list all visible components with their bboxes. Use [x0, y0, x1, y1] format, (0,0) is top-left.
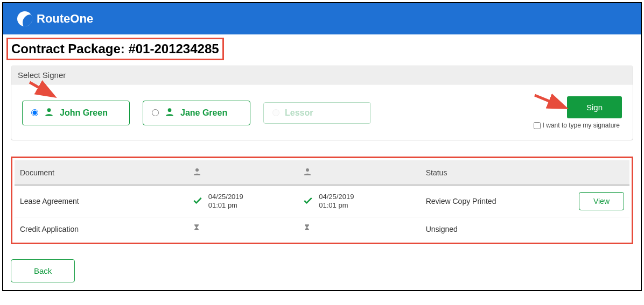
signer-panel: Select Signer John Green [11, 66, 633, 140]
signer-row: John Green Jane Green Lessor [11, 84, 633, 134]
col-actions [543, 160, 629, 185]
col-signer1-icon [187, 160, 298, 185]
table-row: Credit Application Unsigned [15, 217, 629, 241]
svg-line-0 [30, 82, 52, 95]
header-bar: RouteOne [3, 3, 641, 34]
svg-point-1 [47, 108, 51, 112]
signer-name: Lessor [285, 108, 313, 118]
person-icon [44, 107, 54, 119]
doc-name: Lease Agreement [15, 185, 187, 217]
app-frame: RouteOne Contract Package: #01-201234285… [2, 2, 642, 291]
back-button[interactable]: Back [11, 259, 75, 282]
type-signature-checkbox[interactable] [534, 122, 541, 129]
timestamp: 04/25/2019 01:01 pm [208, 193, 243, 210]
check-icon [192, 195, 203, 208]
doc-status: Review Copy Printed [421, 185, 543, 217]
doc-signer1 [187, 217, 298, 241]
signer-radio [272, 109, 279, 116]
signer-radio[interactable] [152, 109, 159, 116]
signer-option-lessor: Lessor [263, 102, 371, 124]
documents-block: Document Status Lease Agreement [11, 157, 633, 244]
signer-panel-header: Select Signer [11, 66, 633, 84]
person-icon [164, 107, 175, 119]
view-button[interactable]: View [579, 192, 624, 210]
sign-button[interactable]: Sign [567, 96, 622, 118]
sign-area: Sign I want to type my signature [534, 96, 622, 129]
type-signature-label: I want to type my signature [543, 122, 620, 129]
annotation-arrow-icon [533, 92, 570, 112]
doc-name: Credit Application [15, 217, 187, 241]
col-signer2-icon [297, 160, 420, 185]
doc-signer2 [297, 217, 420, 241]
signer-name: John Green [60, 108, 108, 118]
hourglass-icon [303, 225, 311, 234]
svg-point-2 [168, 108, 172, 112]
svg-point-4 [195, 168, 199, 172]
check-icon [303, 195, 313, 208]
signer-option-john-green[interactable]: John Green [22, 101, 130, 125]
type-signature-option[interactable]: I want to type my signature [534, 122, 622, 129]
signer-name: Jane Green [180, 108, 227, 118]
signer-radio[interactable] [31, 109, 38, 116]
doc-signer2: 04/25/2019 01:01 pm [297, 185, 420, 217]
brand-name: RouteOne [37, 12, 93, 26]
documents-table: Document Status Lease Agreement [15, 160, 629, 240]
footer-actions: Back [3, 252, 641, 290]
brand-logo-icon [17, 11, 32, 26]
col-document: Document [15, 160, 187, 185]
timestamp: 04/25/2019 01:01 pm [319, 193, 354, 210]
hourglass-icon [192, 225, 201, 234]
brand-logo: RouteOne [17, 11, 93, 26]
doc-status: Unsigned [421, 217, 543, 241]
col-status: Status [421, 160, 543, 185]
signer-option-jane-green[interactable]: Jane Green [143, 101, 250, 125]
doc-signer1: 04/25/2019 01:01 pm [187, 185, 298, 217]
svg-point-5 [306, 168, 309, 172]
page-title: Contract Package: #01-201234285 [6, 38, 224, 60]
svg-line-3 [535, 95, 564, 107]
table-row: Lease Agreement 04/25/2019 01:01 pm [15, 185, 629, 217]
